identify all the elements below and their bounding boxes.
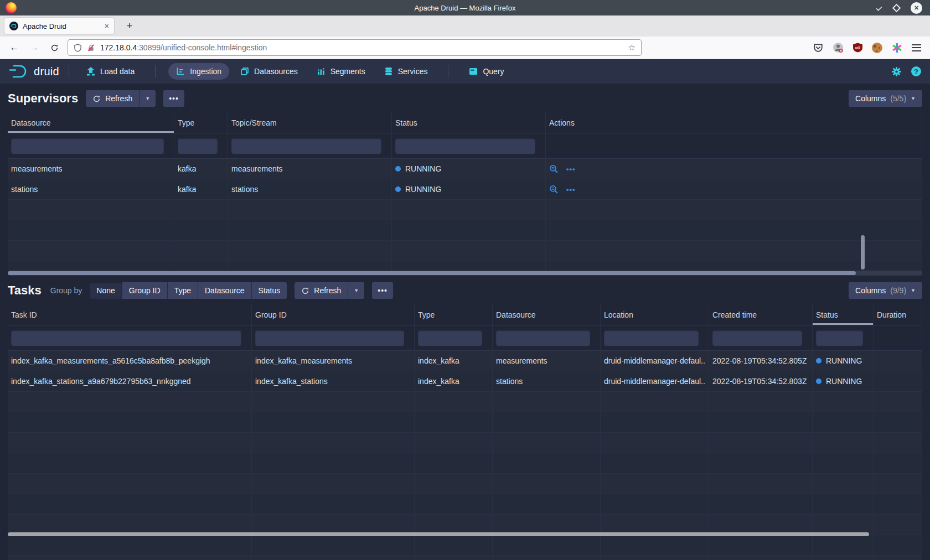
column-header-created-time[interactable]: Created time (709, 304, 813, 325)
magnify-icon[interactable] (549, 164, 559, 174)
tasks-more-button[interactable]: ••• (372, 282, 393, 299)
caret-down-icon: ▼ (145, 96, 150, 101)
column-header-status[interactable]: Status (392, 112, 546, 133)
magnify-icon[interactable] (549, 185, 559, 194)
task-id-filter-input[interactable] (11, 330, 241, 346)
ublock-origin-icon[interactable]: uO (853, 43, 862, 53)
columns-count: (9/9) (890, 286, 906, 295)
insecure-lock-icon[interactable] (87, 44, 95, 52)
supervisors-refresh-button[interactable]: Refresh (86, 90, 139, 107)
nav-item-services[interactable]: Services (376, 63, 436, 80)
empty-row (8, 556, 922, 560)
supervisors-refresh-caret-button[interactable]: ▼ (139, 90, 156, 107)
empty-row (8, 494, 922, 515)
reload-icon (50, 44, 59, 52)
supervisors-filter-row (8, 133, 922, 159)
bookmark-star-icon[interactable]: ☆ (628, 43, 636, 53)
group-id-filter-input[interactable] (255, 330, 404, 346)
url-text[interactable]: 172.18.0.4:30899/unified-console.html#in… (100, 43, 623, 52)
tasks-table-body: index_kafka_measurements_a5616c5ba8afb8b… (8, 351, 922, 560)
supervisors-more-button[interactable]: ••• (163, 90, 184, 107)
nav-item-load-data[interactable]: Load data (79, 63, 142, 80)
supervisors-scrollbar-thumb[interactable] (8, 271, 856, 275)
group-by-none-button[interactable]: None (90, 282, 121, 299)
supervisor-row: measurements kafka measurements RUNNING … (8, 159, 922, 179)
column-header-type[interactable]: Type (174, 112, 228, 133)
cell-task-id: index_kafka_measurements_a5616c5ba8afb8b… (8, 351, 252, 371)
datasource-filter-input[interactable] (496, 330, 590, 346)
nav-item-ingestion[interactable]: Ingestion (168, 63, 229, 80)
menu-icon[interactable] (912, 44, 921, 51)
topic-stream-filter-input[interactable] (231, 138, 381, 154)
empty-row (8, 433, 922, 453)
druid-navbar: druid Load data Ingestion Dat (0, 59, 930, 84)
url-host: 172.18.0.4 (100, 43, 137, 52)
tasks-columns-button[interactable]: Columns (9/9) ▼ (849, 282, 922, 299)
group-by-status-button[interactable]: Status (251, 282, 287, 299)
status-text: RUNNING (826, 356, 862, 365)
cell-task-id: index_kafka_stations_a9a679b22795b63_nnk… (8, 371, 252, 391)
row-actions-more-icon[interactable]: ••• (566, 185, 576, 194)
cell-created-time: 2022-08-19T05:34:52.803Z (709, 371, 813, 391)
type-filter-input[interactable] (418, 330, 482, 346)
druid-brand[interactable]: druid (9, 64, 59, 79)
column-header-type[interactable]: Type (415, 304, 493, 325)
status-filter-input[interactable] (816, 330, 863, 346)
cell-created-time: 2022-08-19T05:34:52.805Z (709, 351, 813, 371)
column-header-datasource[interactable]: Datasource (8, 112, 174, 133)
load-data-icon (86, 67, 95, 76)
new-tab-button[interactable]: + (122, 18, 137, 34)
tasks-refresh-caret-button[interactable]: ▼ (348, 282, 364, 299)
tab-close-icon[interactable]: × (105, 22, 109, 30)
tasks-filter-row (8, 325, 922, 351)
cell-status: RUNNING (392, 179, 546, 199)
asterisk-extension-icon[interactable] (892, 43, 902, 53)
maximize-icon[interactable] (892, 3, 901, 12)
url-path: :30899/unified-console.html#ingestion (137, 43, 267, 52)
profile-icon[interactable] (833, 42, 844, 53)
supervisors-table-body: measurements kafka measurements RUNNING … (8, 159, 922, 271)
nav-item-label: Ingestion (190, 67, 221, 76)
help-icon[interactable]: ? (911, 66, 921, 76)
nav-item-label: Load data (100, 67, 135, 76)
minimize-icon[interactable] (876, 5, 882, 11)
column-header-actions: Actions (546, 112, 922, 133)
location-filter-input[interactable] (604, 330, 699, 346)
url-bar[interactable]: 172.18.0.4:30899/unified-console.html#in… (68, 39, 642, 56)
shield-icon[interactable] (74, 44, 82, 52)
status-filter-input[interactable] (395, 138, 535, 154)
supervisors-vertical-scrollbar[interactable] (861, 235, 865, 269)
close-icon[interactable]: × (911, 2, 922, 14)
settings-gear-icon[interactable] (891, 66, 902, 77)
forward-button[interactable]: → (24, 39, 44, 56)
empty-row (8, 220, 922, 241)
group-by-group-id-button[interactable]: Group ID (122, 282, 167, 299)
cookie-extension-icon[interactable] (872, 43, 882, 53)
nav-item-label: Datasources (254, 67, 298, 76)
column-header-datasource[interactable]: Datasource (493, 304, 601, 325)
group-by-type-button[interactable]: Type (167, 282, 198, 299)
nav-item-segments[interactable]: Segments (309, 63, 373, 80)
nav-item-datasources[interactable]: Datasources (232, 63, 306, 80)
pocket-icon[interactable] (813, 43, 823, 53)
column-header-task-id[interactable]: Task ID (8, 304, 252, 325)
group-by-datasource-button[interactable]: Datasource (198, 282, 251, 299)
type-filter-input[interactable] (178, 138, 218, 154)
firefox-icon (6, 2, 17, 13)
datasource-filter-input[interactable] (11, 138, 164, 154)
tab-apache-druid[interactable]: Apache Druid × (4, 18, 114, 34)
column-header-location[interactable]: Location (601, 304, 709, 325)
created-time-filter-input[interactable] (712, 330, 802, 346)
column-header-duration[interactable]: Duration (874, 304, 922, 325)
column-header-status[interactable]: Status (813, 304, 874, 325)
supervisors-columns-button[interactable]: Columns (5/5) ▼ (849, 90, 922, 107)
row-actions-more-icon[interactable]: ••• (566, 165, 576, 173)
column-header-group-id[interactable]: Group ID (252, 304, 415, 325)
supervisors-horizontal-scrollbar[interactable] (8, 271, 922, 276)
reload-button[interactable] (44, 39, 64, 56)
nav-item-query[interactable]: Query (461, 63, 512, 80)
tasks-refresh-button[interactable]: Refresh (294, 282, 348, 299)
back-button[interactable]: ← (4, 39, 24, 56)
tasks-horizontal-scrollbar[interactable] (8, 532, 869, 536)
column-header-topic-stream[interactable]: Topic/Stream (228, 112, 392, 133)
